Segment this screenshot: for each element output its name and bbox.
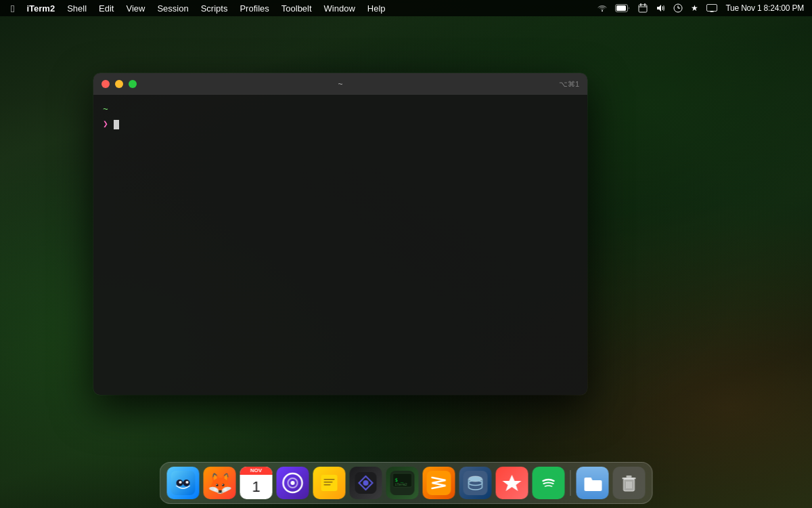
calendar-status-icon: [635, 3, 650, 13]
shell-menu[interactable]: Shell: [62, 0, 92, 16]
calendar-month: NOV: [240, 467, 273, 475]
terminal-tab-controls: ⌥⌘1: [559, 80, 579, 89]
window-maximize-button[interactable]: [129, 80, 137, 88]
datetime-display: Tue Nov 1 8:24:00 PM: [723, 3, 807, 13]
terminal-line-tilde: ~: [103, 103, 578, 117]
tab-control-label: ⌥⌘1: [559, 80, 579, 89]
svg-point-27: [363, 480, 369, 486]
dock-icon-trash[interactable]: [613, 467, 646, 499]
svg-point-18: [186, 481, 189, 484]
prompt-arrow: ❯: [103, 119, 108, 129]
dock-icon-calendar[interactable]: NOV 1: [240, 467, 273, 499]
terminal-cursor: [114, 120, 119, 129]
window-close-button[interactable]: [102, 80, 110, 88]
svg-rect-38: [623, 478, 636, 480]
tilde-indicator: ~: [103, 104, 108, 114]
session-menu[interactable]: Session: [152, 0, 194, 16]
calendar-day: 1: [240, 475, 273, 499]
svg-rect-23: [324, 479, 335, 480]
help-menu[interactable]: Help: [362, 0, 391, 16]
svg-text:iTerm2: iTerm2: [395, 482, 407, 486]
dock-icon-finder[interactable]: [167, 467, 200, 499]
svg-rect-22: [321, 475, 338, 491]
svg-rect-3: [639, 5, 647, 12]
svg-rect-24: [324, 482, 333, 483]
volume-status: [653, 3, 668, 13]
dock-icon-craft[interactable]: [350, 467, 382, 499]
menubar-left:  iTerm2 Shell Edit View Session Scripts…: [5, 0, 391, 16]
display-status: [704, 4, 720, 12]
svg-rect-10: [707, 5, 717, 12]
menubar:  iTerm2 Shell Edit View Session Scripts…: [0, 0, 812, 16]
dock-icon-files[interactable]: [577, 467, 609, 499]
svg-point-17: [179, 481, 182, 484]
dock-separator: [570, 470, 571, 496]
dock-icon-spotify[interactable]: [533, 467, 565, 499]
toolbelt-menu[interactable]: Toolbelt: [276, 0, 317, 16]
menubar-right: ★ Tue Nov 1 8:24:00 PM: [595, 3, 807, 13]
dock-icon-omnifocus[interactable]: [277, 467, 309, 499]
dock: 🦊 NOV 1: [160, 462, 653, 504]
clock-status: [671, 3, 685, 13]
terminal-title: ~: [338, 79, 342, 89]
terminal-titlebar: ~ ⌥⌘1: [93, 73, 587, 95]
svg-rect-39: [627, 475, 632, 478]
svg-rect-33: [464, 471, 488, 495]
apple-menu[interactable]: : [5, 0, 20, 16]
terminal-controls: [102, 80, 137, 88]
airport-status: [595, 3, 610, 13]
terminal-prompt-line: ❯: [103, 118, 578, 131]
profiles-menu[interactable]: Profiles: [234, 0, 274, 16]
dock-icon-iterm[interactable]: $ _ iTerm2: [386, 467, 419, 499]
star-status: ★: [688, 3, 701, 13]
dock-icon-firefox[interactable]: 🦊: [204, 467, 236, 499]
dock-icon-dbeaver[interactable]: [459, 467, 492, 499]
scripts-menu[interactable]: Scripts: [196, 0, 233, 16]
svg-rect-32: [427, 471, 451, 495]
app-name-menu[interactable]: iTerm2: [21, 0, 60, 16]
terminal-window: ~ ⌥⌘1 ~ ❯: [93, 73, 587, 395]
dock-icon-fantastical[interactable]: [496, 467, 528, 499]
window-menu[interactable]: Window: [319, 0, 361, 16]
svg-rect-25: [324, 484, 331, 486]
terminal-body[interactable]: ~ ❯: [93, 95, 587, 395]
window-minimize-button[interactable]: [115, 80, 123, 88]
battery-status: [612, 4, 633, 12]
svg-rect-2: [616, 5, 626, 11]
edit-menu[interactable]: Edit: [93, 0, 119, 16]
view-menu[interactable]: View: [120, 0, 150, 16]
svg-point-21: [291, 481, 295, 485]
svg-point-0: [602, 10, 603, 12]
dock-icon-notes[interactable]: [313, 467, 346, 499]
dock-icon-sublime[interactable]: [423, 467, 455, 499]
